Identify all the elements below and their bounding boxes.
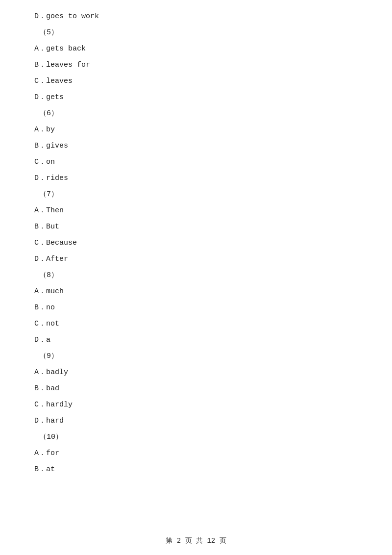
option-d6: D．rides [34,172,358,185]
option-d8: D．a [34,333,358,347]
option-a7: A．Then [34,204,358,217]
option-a5: A．gets back [34,42,358,55]
option-c7: C．Because [34,236,358,250]
option-b7: B．But [34,220,358,233]
question-9: （9） [39,350,358,363]
option-a8: A．much [34,285,358,298]
option-c8: C．not [34,317,358,330]
option-b6: B．gives [34,139,358,152]
option-c6: C．on [34,155,358,169]
question-5: （5） [39,26,358,39]
option-b9: B．bad [34,382,358,395]
question-10: （10） [39,430,358,444]
option-c9: C．hardly [34,398,358,411]
option-d5: D．goes to work [34,10,358,23]
option-b8: B．no [34,301,358,314]
page-content: D．goes to work （5） A．gets back B．leaves … [0,0,392,508]
question-6: （6） [39,107,358,120]
option-a6: A．by [34,123,358,136]
page-footer: 第 2 页 共 12 页 [0,536,392,545]
question-7: （7） [39,188,358,201]
option-b5: B．leaves for [34,58,358,72]
option-a9: A．badly [34,366,358,379]
question-8: （8） [39,269,358,282]
option-d9: D．hard [34,414,358,428]
option-c5: C．leaves [34,75,358,88]
option-a10: A．for [34,447,358,460]
option-d7: D．After [34,252,358,266]
option-b10: B．at [34,463,358,476]
option-d5b: D．gets [34,91,358,104]
